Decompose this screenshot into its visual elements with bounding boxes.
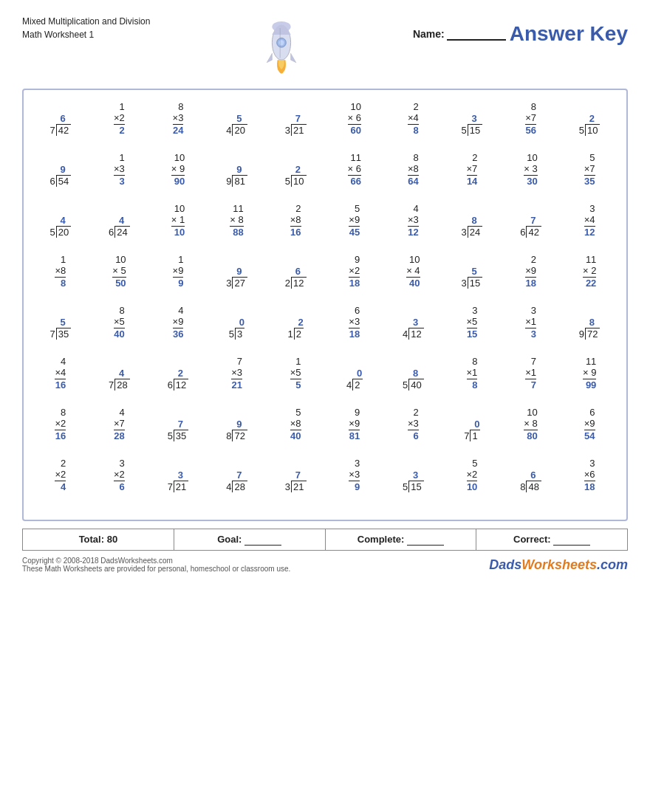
problem-1-2: 1 ×2 2 (92, 101, 146, 136)
div-bottom-row: 4 20 (226, 124, 247, 136)
div-quotient: 5 (236, 113, 242, 124)
mult-problem: 5 ×7 35 (584, 152, 595, 187)
problem-3-6: 5 ×9 45 (328, 203, 381, 238)
problem-3-9: 7 6 42 (504, 215, 558, 238)
div-bottom-row: 8 48 (520, 481, 541, 492)
mult-top: 5 (295, 407, 301, 418)
mult-top: 2 (414, 407, 419, 418)
div-divisor: 3 (285, 481, 290, 492)
div-bottom-row: 7 1 (464, 430, 479, 441)
problem-row-5: 5 7 35 8 ×5 40 4 ×9 (31, 305, 619, 340)
mult-mid: ×3 (231, 367, 242, 379)
mult-answer: 12 (584, 227, 595, 238)
name-field[interactable] (447, 27, 506, 41)
goal-cell: Goal: (174, 529, 326, 550)
div-dividend: 42 (526, 226, 541, 238)
problem-2-7: 8 ×8 64 (386, 152, 439, 187)
mult-mid: × 5 (112, 265, 126, 278)
mult-problem: 4 ×3 12 (408, 203, 419, 238)
div-bottom-row: 5 3 (229, 328, 244, 340)
mult-mid: ×3 (349, 469, 360, 481)
div-bottom-row: 7 28 (109, 379, 130, 390)
mult-mid: ×9 (584, 418, 595, 430)
mult-problem: 3 ×6 18 (584, 458, 595, 492)
mult-mid: ×2 (467, 469, 478, 481)
mult-problem: 11 × 2 22 (583, 254, 596, 289)
div-bottom-row: 4 2 (346, 379, 362, 390)
title-line1: Mixed Multiplication and Division (22, 15, 150, 28)
mult-problem: 10 × 1 10 (171, 203, 185, 238)
mult-problem: 2 ×9 18 (525, 254, 536, 289)
answer-key-section: Name: Answer Key (413, 15, 628, 46)
mult-problem: 10 × 3 30 (524, 152, 537, 187)
problem-2-3: 10 × 9 90 (151, 152, 205, 187)
div-bottom-row: 5 40 (403, 379, 424, 390)
problem-row-8: 2 ×2 4 3 ×2 6 3 7 21 (31, 458, 619, 492)
mult-answer: 88 (233, 227, 243, 238)
div-problem: 6 2 12 (285, 266, 307, 289)
problem-6-8: 8 ×1 8 (445, 356, 499, 390)
mult-problem: 11 × 9 99 (583, 356, 596, 390)
problem-8-9: 6 8 48 (504, 469, 558, 492)
div-dividend: 24 (114, 226, 129, 238)
mult-top: 1 (61, 254, 66, 265)
mult-answer: 16 (55, 430, 66, 441)
goal-label: Goal: (217, 534, 242, 545)
div-bottom-row: 5 10 (285, 175, 307, 187)
mult-top: 2 (295, 203, 301, 214)
problem-row-1: 6 7 42 1 ×2 2 8 ×3 (31, 101, 619, 136)
problem-5-9: 3 ×1 3 (504, 305, 558, 340)
div-divisor: 1 (287, 328, 292, 340)
div-problem: 3 7 21 (168, 469, 189, 492)
answer-key-label: Answer Key (510, 22, 628, 46)
mult-answer: 40 (409, 278, 420, 289)
dads-logo: DadsWorksheets.com (489, 557, 628, 573)
mult-top: 11 (351, 152, 361, 163)
complete-cell: Complete: (326, 529, 477, 550)
div-dividend: 15 (468, 124, 482, 136)
div-bottom-row: 4 12 (403, 328, 424, 340)
problem-7-2: 4 ×7 28 (92, 407, 146, 441)
div-divisor: 6 (109, 227, 114, 238)
mult-answer: 21 (232, 379, 242, 390)
div-quotient: 2 (295, 164, 301, 175)
mult-answer: 16 (290, 227, 301, 238)
div-divisor: 7 (464, 430, 469, 441)
mult-problem: 3 ×3 9 (349, 458, 360, 492)
mult-mid: ×5 (467, 316, 478, 328)
div-quotient: 4 (60, 215, 65, 226)
mult-top: 4 (120, 407, 125, 418)
complete-label: Complete: (358, 534, 405, 545)
total-cell: Total: 80 (23, 529, 174, 550)
div-dividend: 20 (56, 226, 71, 238)
mult-problem: 9 ×9 81 (349, 407, 360, 441)
mult-answer: 22 (586, 278, 596, 289)
problem-7-10: 6 ×9 54 (563, 407, 616, 441)
mult-top: 10 (527, 407, 537, 418)
problem-5-2: 8 ×5 40 (92, 305, 146, 340)
mult-problem: 8 ×5 40 (114, 305, 125, 340)
problem-2-4: 9 9 81 (211, 164, 264, 187)
complete-field[interactable] (407, 534, 444, 546)
goal-field[interactable] (244, 534, 281, 546)
problem-1-6: 10 × 6 60 (328, 101, 381, 136)
div-quotient: 2 (298, 317, 303, 328)
div-problem: 0 7 1 (464, 419, 479, 441)
title-line2: Math Worksheet 1 (22, 28, 150, 41)
mult-answer: 16 (55, 379, 66, 390)
mult-answer: 54 (584, 430, 595, 441)
correct-field[interactable] (553, 534, 590, 546)
problem-7-7: 2 ×3 6 (386, 407, 439, 441)
div-quotient: 8 (589, 317, 595, 328)
problem-4-4: 9 3 27 (211, 266, 264, 289)
mult-mid: × 2 (583, 265, 596, 278)
problem-2-1: 9 6 54 (34, 164, 87, 187)
mult-problem: 11 × 6 66 (348, 152, 361, 187)
div-divisor: 7 (49, 328, 55, 340)
mult-top: 10 (409, 254, 420, 265)
div-dividend: 42 (56, 124, 71, 136)
mult-answer: 81 (349, 430, 360, 441)
div-bottom-row: 5 35 (168, 430, 189, 441)
mult-problem: 3 ×5 15 (467, 305, 478, 340)
mult-top: 8 (531, 101, 536, 112)
